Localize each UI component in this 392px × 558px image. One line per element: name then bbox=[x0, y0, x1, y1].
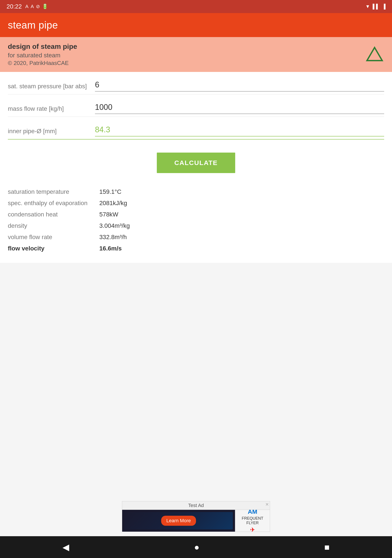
qantas-icon: ✈ bbox=[250, 526, 255, 532]
ad-image-left: Learn More bbox=[122, 510, 235, 532]
ad-banner: Test Ad Learn More AM FREQUENT FLYER ✈ ✕ bbox=[122, 501, 270, 532]
pressure-input-row: sat. steam pressure [bar abs] bbox=[8, 72, 384, 94]
result-enthalpy-value: 2081kJ/kg bbox=[99, 200, 127, 207]
logo-area bbox=[366, 45, 383, 64]
ad-label: Test Ad bbox=[122, 501, 270, 510]
bottom-navigation bbox=[0, 536, 392, 558]
battery-icon: ▐ bbox=[382, 4, 385, 9]
calculate-button[interactable]: CALCULATE bbox=[157, 153, 235, 173]
result-density-label: density bbox=[8, 222, 99, 229]
learn-more-button[interactable]: Learn More bbox=[161, 516, 196, 526]
ad-image-placeholder: Learn More bbox=[124, 512, 233, 530]
status-time: 20:22 bbox=[7, 3, 22, 10]
results-section: saturation temperature 159.1°C spec. ent… bbox=[0, 184, 392, 263]
header-copyright: © 2020, PatrikHaasCAE bbox=[8, 60, 384, 67]
mass-flow-input-row: mass flow rate [kg/h] bbox=[8, 94, 384, 117]
status-bar: 20:22 A A ⊘ 🔋 ▼ ▌▌ ▐ bbox=[0, 0, 392, 13]
inner-dia-input[interactable] bbox=[95, 123, 384, 136]
result-enthalpy-label: spec. enthalpy of evaporation bbox=[8, 200, 99, 207]
mass-flow-label: mass flow rate [kg/h] bbox=[8, 105, 95, 114]
result-condensation: condensation heat 578kW bbox=[8, 209, 384, 220]
result-volume-flow-value: 332.8m³/h bbox=[99, 234, 127, 241]
result-condensation-value: 578kW bbox=[99, 211, 118, 218]
amex-icon: AM bbox=[248, 510, 257, 515]
main-content: sat. steam pressure [bar abs] mass flow … bbox=[0, 72, 392, 184]
result-sat-temp: saturation temperature 159.1°C bbox=[8, 186, 384, 198]
status-icons-left: A A ⊘ 🔋 bbox=[25, 4, 48, 9]
result-volume-flow-label: volume flow rate bbox=[8, 234, 99, 241]
status-bar-left: 20:22 A A ⊘ 🔋 bbox=[7, 3, 48, 10]
back-button[interactable] bbox=[56, 540, 76, 554]
home-button[interactable] bbox=[187, 540, 206, 554]
close-ad-button[interactable]: ✕ bbox=[265, 502, 269, 507]
result-sat-temp-value: 159.1°C bbox=[99, 188, 121, 195]
notification-icon-a2: A bbox=[31, 4, 34, 9]
battery-status-icon: 🔋 bbox=[42, 4, 48, 9]
ad-content: Learn More AM FREQUENT FLYER ✈ bbox=[122, 510, 270, 532]
pressure-input[interactable] bbox=[95, 78, 384, 92]
result-enthalpy: spec. enthalpy of evaporation 2081kJ/kg bbox=[8, 198, 384, 209]
notification-icon-a: A bbox=[25, 4, 28, 9]
app-title: steam pipe bbox=[8, 19, 58, 31]
result-flow-velocity-label: flow velocity bbox=[8, 245, 99, 252]
button-row: CALCULATE bbox=[8, 140, 384, 184]
result-density: density 3.004m³/kg bbox=[8, 220, 384, 231]
result-density-value: 3.004m³/kg bbox=[99, 222, 130, 229]
frequent-flyer-text: FREQUENT FLYER bbox=[237, 516, 269, 525]
result-flow-velocity: flow velocity 16.6m/s bbox=[8, 243, 384, 254]
header-title: design of steam pipe bbox=[8, 43, 384, 51]
do-not-disturb-icon: ⊘ bbox=[36, 4, 40, 9]
result-volume-flow: volume flow rate 332.8m³/h bbox=[8, 231, 384, 243]
inner-dia-input-row: inner pipe-Ø [mm] bbox=[8, 117, 384, 140]
signal-bars-icon: ▌▌ bbox=[373, 4, 379, 9]
triangle-logo-icon bbox=[366, 45, 383, 63]
mass-flow-input[interactable] bbox=[95, 101, 384, 114]
header-subtitle: for saturated steam bbox=[8, 52, 384, 59]
header-info: design of steam pipe for saturated steam… bbox=[0, 37, 392, 72]
inner-dia-label: inner pipe-Ø [mm] bbox=[8, 128, 95, 136]
ad-brand-right: AM FREQUENT FLYER ✈ bbox=[235, 510, 270, 532]
pressure-label: sat. steam pressure [bar abs] bbox=[8, 83, 95, 92]
result-sat-temp-label: saturation temperature bbox=[8, 188, 99, 195]
app-bar: steam pipe bbox=[0, 13, 392, 37]
status-bar-right: ▼ ▌▌ ▐ bbox=[365, 4, 385, 9]
recents-button[interactable] bbox=[318, 540, 336, 554]
result-condensation-label: condensation heat bbox=[8, 211, 99, 218]
svg-marker-0 bbox=[367, 48, 382, 61]
result-flow-velocity-value: 16.6m/s bbox=[99, 245, 122, 252]
wifi-icon: ▼ bbox=[365, 4, 370, 9]
